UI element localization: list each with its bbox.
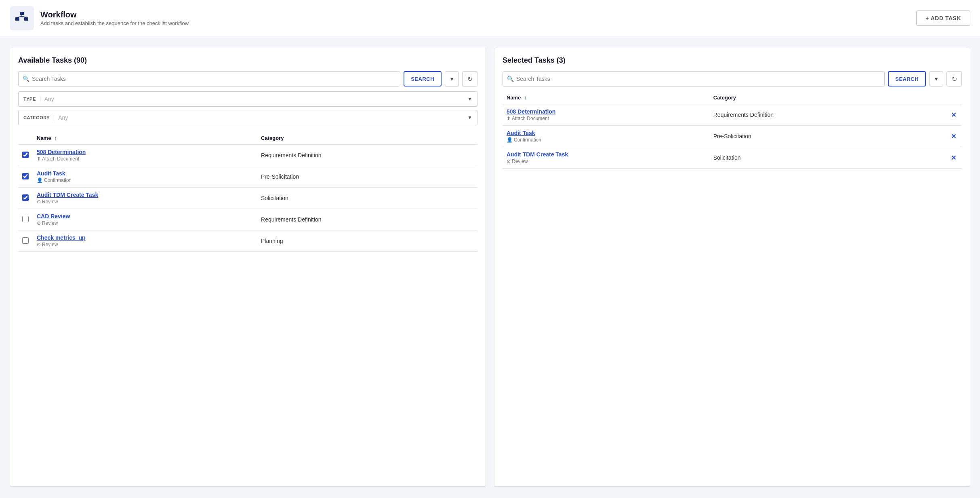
selected-task-sub-label: ⊙ Review [507,158,705,164]
selected-task-sub-icon: ⬆ [507,116,511,121]
table-row: Audit TDM Create Task⊙ ReviewSolicitatio… [18,188,477,209]
selected-task-remove-cell: ✕ [913,147,962,169]
table-row: Audit TDM Create Task⊙ ReviewSolicitatio… [503,147,962,169]
task-checkbox-cell [18,209,33,230]
task-category-cell: Requirements Definition [257,209,477,230]
task-checkbox[interactable] [22,152,29,158]
selected-name-sort-icon: ↑ [524,95,527,101]
task-name-link[interactable]: CAD Review [37,213,253,219]
task-sub-icon: ⊙ [37,220,41,226]
available-search-input[interactable] [32,76,396,82]
task-category-cell: Pre-Solicitation [257,166,477,188]
selected-remove-header [913,91,962,104]
selected-name-header[interactable]: Name ↑ [503,91,709,104]
available-search-icon: 🔍 [23,76,29,82]
selected-name-header-label: Name [507,95,521,101]
selected-task-remove-cell: ✕ [913,126,962,147]
workflow-icon [15,11,29,25]
workflow-icon-box [10,6,34,30]
available-search-input-wrap[interactable]: 🔍 [18,71,400,87]
available-check-header [18,132,33,145]
task-name-link[interactable]: Audit TDM Create Task [37,192,253,198]
available-tasks-body: 508 Determination⬆ Attach DocumentRequir… [18,145,477,252]
task-name-cell: Audit Task👤 Confirmation [33,166,257,188]
task-sub-label: ⊙ Review [37,242,253,247]
task-checkbox-cell [18,166,33,188]
selected-task-sub-label: ⬆ Attach Document [507,116,705,121]
table-row: CAD Review⊙ ReviewRequirements Definitio… [18,209,477,230]
type-dropdown[interactable]: TYPE Any ▼ [18,91,477,107]
type-dropdown-arrow: ▼ [467,96,472,102]
type-label: TYPE [23,97,40,101]
task-checkbox[interactable] [22,237,29,244]
task-checkbox[interactable] [22,173,29,179]
selected-task-sub-icon: 👤 [507,137,513,143]
selected-tasks-panel: Selected Tasks (3) 🔍 SEARCH ▼ ↻ Name [494,48,970,487]
selected-task-name-link[interactable]: 508 Determination [507,108,705,115]
selected-tasks-body: 508 Determination⬆ Attach DocumentRequir… [503,104,962,169]
table-row: 508 Determination⬆ Attach DocumentRequir… [18,145,477,166]
category-label: CATEGORY [23,115,54,120]
selected-search-input-wrap[interactable]: 🔍 [503,71,885,87]
task-name-link[interactable]: Audit Task [37,170,253,177]
selected-task-category-cell: Solicitation [709,147,913,169]
category-value: Any [58,114,467,121]
selected-task-name-cell: Audit Task👤 Confirmation [503,126,709,147]
table-row: Audit Task👤 ConfirmationPre-Solicitation… [503,126,962,147]
task-name-cell: CAD Review⊙ Review [33,209,257,230]
task-checkbox[interactable] [22,194,29,201]
available-name-sort-icon: ↑ [54,135,57,141]
selected-task-name-link[interactable]: Audit Task [507,130,705,136]
task-sub-label: 👤 Confirmation [37,177,253,183]
selected-search-button[interactable]: SEARCH [888,71,926,87]
task-name-cell: Check metrics_up⊙ Review [33,230,257,252]
selected-table-header-row: Name ↑ Category [503,91,962,104]
selected-task-sub-label: 👤 Confirmation [507,137,705,143]
selected-refresh-icon: ↻ [952,75,957,83]
selected-tasks-title: Selected Tasks (3) [503,56,962,65]
task-category-cell: Solicitation [257,188,477,209]
selected-search-row: 🔍 SEARCH ▼ ↻ [503,71,962,87]
page-title: Workflow [40,10,189,19]
task-sub-icon: ⬆ [37,156,41,162]
svg-line-4 [17,16,22,17]
selected-filter-button[interactable]: ▼ [929,71,943,87]
task-checkbox[interactable] [22,216,29,222]
task-name-link[interactable]: 508 Determination [37,149,253,155]
task-name-cell: 508 Determination⬆ Attach Document [33,145,257,166]
task-sub-icon: ⊙ [37,242,41,247]
available-search-button[interactable]: SEARCH [404,71,442,87]
category-dropdown[interactable]: CATEGORY Any ▼ [18,110,477,125]
remove-task-button[interactable]: ✕ [949,133,958,140]
filter-icon: ▼ [449,76,454,82]
available-name-header[interactable]: Name ↑ [33,132,257,145]
task-sub-label: ⊙ Review [37,220,253,226]
svg-rect-0 [20,12,24,15]
selected-category-header: Category [709,91,913,104]
selected-task-remove-cell: ✕ [913,104,962,126]
selected-task-category-cell: Requirements Definition [709,104,913,126]
available-filter-button[interactable]: ▼ [445,71,459,87]
available-name-header-label: Name [37,135,51,141]
selected-refresh-button[interactable]: ↻ [946,71,962,87]
header: Workflow Add tasks and establish the seq… [0,0,980,36]
selected-search-input[interactable] [516,76,880,82]
available-tasks-table: Name ↑ Category 508 Determination⬆ Attac… [18,132,477,252]
header-left: Workflow Add tasks and establish the seq… [10,6,189,30]
available-filters: TYPE Any ▼ CATEGORY Any ▼ [18,91,477,125]
type-value: Any [44,96,467,102]
task-name-link[interactable]: Check metrics_up [37,234,253,241]
selected-task-category-cell: Pre-Solicitation [709,126,913,147]
table-row: Check metrics_up⊙ ReviewPlanning [18,230,477,252]
available-tasks-panel: Available Tasks (90) 🔍 SEARCH ▼ ↻ TYPE A… [10,48,486,487]
task-category-cell: Planning [257,230,477,252]
selected-search-icon: 🔍 [507,76,514,82]
add-task-button[interactable]: + ADD TASK [916,11,970,26]
selected-task-name-link[interactable]: Audit TDM Create Task [507,151,705,158]
svg-rect-2 [24,17,28,21]
remove-task-button[interactable]: ✕ [949,154,958,162]
remove-task-button[interactable]: ✕ [949,111,958,119]
table-row: 508 Determination⬆ Attach DocumentRequir… [503,104,962,126]
task-sub-label: ⊙ Review [37,199,253,205]
available-refresh-button[interactable]: ↻ [462,71,477,87]
